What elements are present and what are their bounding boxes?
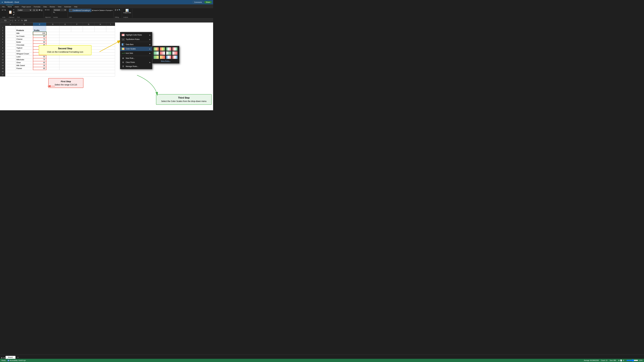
- row-num-6[interactable]: 6: [0, 41, 5, 43]
- cell-c3[interactable]: 100: [33, 32, 46, 35]
- cell-d5[interactable]: [46, 38, 60, 41]
- cell-a7[interactable]: [5, 43, 16, 46]
- color-swatch-8[interactable]: [172, 51, 178, 55]
- cell-d3[interactable]: [46, 32, 60, 35]
- more-rules-link[interactable]: More Rules...: [154, 60, 178, 62]
- cell-b15[interactable]: Paneer: [16, 67, 33, 70]
- cell-b8[interactable]: Yoghurt: [16, 46, 33, 49]
- color-swatch-7[interactable]: [166, 51, 172, 55]
- cell-c13[interactable]: 65: [33, 61, 46, 64]
- color-swatch-6[interactable]: [160, 51, 165, 55]
- row-num-10[interactable]: 10: [0, 52, 5, 55]
- cell-b14[interactable]: Milk Sweet: [16, 64, 33, 67]
- cell-b2[interactable]: Products: [16, 29, 33, 32]
- cell-c11[interactable]: 55: [33, 55, 46, 58]
- cell-i1[interactable]: [106, 26, 115, 29]
- cell-d14[interactable]: [46, 64, 60, 67]
- cell-a3[interactable]: [5, 32, 16, 35]
- row-num-14[interactable]: 14: [0, 64, 5, 67]
- sort-filter-button[interactable]: ⇅: [117, 9, 118, 11]
- cell-b10[interactable]: Whipped Cream: [16, 52, 33, 55]
- cell-c12[interactable]: 75: [33, 58, 46, 61]
- tab-formulas[interactable]: Formulas: [32, 5, 42, 8]
- comma-button[interactable]: ,: [55, 11, 56, 13]
- cell-e6-i6[interactable]: [60, 41, 115, 43]
- cell-e2[interactable]: [60, 29, 71, 32]
- format-cells-button[interactable]: Format ▾: [106, 9, 112, 11]
- cell-g2[interactable]: [83, 29, 94, 32]
- menu-item-manage-rules[interactable]: ☰ Manage Rules...: [120, 64, 152, 68]
- row-num-3[interactable]: 3: [0, 32, 5, 35]
- color-swatch-4[interactable]: [172, 47, 178, 51]
- menu-item-color-scales[interactable]: Color Scales ▶: [120, 47, 152, 51]
- cell-a8[interactable]: [5, 46, 16, 49]
- col-header-c[interactable]: C: [33, 23, 46, 26]
- insert-function-icon[interactable]: fx: [21, 19, 23, 21]
- row-num-5[interactable]: 5: [0, 38, 5, 41]
- format-painter-button[interactable]: 🖌: [13, 13, 15, 15]
- color-swatch-11[interactable]: [166, 55, 172, 59]
- cell-e15-i15[interactable]: [60, 67, 115, 70]
- cell-row16[interactable]: [5, 70, 115, 73]
- formula-input[interactable]: [24, 19, 212, 21]
- sum-button[interactable]: Σ: [115, 9, 116, 11]
- redo-button[interactable]: ↪: [4, 9, 6, 11]
- menu-item-new-rule[interactable]: ⊞ New Rule...: [120, 56, 152, 60]
- cell-a10[interactable]: [5, 52, 16, 55]
- tab-insert[interactable]: Insert: [13, 5, 20, 8]
- tab-view[interactable]: View: [56, 5, 63, 8]
- cell-a5[interactable]: [5, 38, 16, 41]
- cell-c5[interactable]: 70: [33, 38, 46, 41]
- row-num-7[interactable]: 7: [0, 43, 5, 46]
- cell-d4[interactable]: [46, 35, 60, 38]
- cell-e12-i12[interactable]: [60, 58, 115, 61]
- col-header-e[interactable]: E: [60, 23, 71, 26]
- col-header-b[interactable]: B: [16, 23, 33, 26]
- cell-b9[interactable]: Curd: [16, 49, 33, 52]
- row-num-12[interactable]: 12: [0, 58, 5, 61]
- col-header-a[interactable]: A: [5, 23, 16, 26]
- cell-d6[interactable]: [46, 41, 60, 43]
- cell-a14[interactable]: [5, 64, 16, 67]
- cell-row17[interactable]: [5, 73, 115, 76]
- menu-item-top-bottom[interactable]: 10 Top/Bottom Rules ▶: [120, 37, 152, 41]
- tab-automate[interactable]: Automate: [63, 5, 72, 8]
- cell-f1[interactable]: [71, 26, 83, 29]
- cell-e4-i4[interactable]: [60, 35, 115, 38]
- expand-ref-icon[interactable]: ▾: [10, 19, 11, 21]
- tab-review[interactable]: Review: [48, 5, 56, 8]
- font-size-select[interactable]: 11: [32, 9, 38, 11]
- insert-cells-button[interactable]: ⊞ Insert▾: [92, 9, 99, 11]
- align-left-button[interactable]: ≡: [45, 9, 46, 11]
- tab-help[interactable]: Help: [72, 5, 79, 8]
- color-swatch-1[interactable]: [154, 47, 159, 51]
- copy-button[interactable]: ⧉: [13, 11, 15, 13]
- tab-home[interactable]: Home: [6, 5, 13, 8]
- tab-data[interactable]: Data: [42, 5, 48, 8]
- cell-d12[interactable]: [46, 58, 60, 61]
- cell-a2[interactable]: [5, 29, 16, 32]
- cell-c2[interactable]: Profits: [33, 29, 46, 32]
- menu-item-icon-sets[interactable]: ▲●▼ Icon Sets ▶: [120, 51, 152, 55]
- underline-button[interactable]: U: [41, 9, 42, 11]
- color-swatch-9[interactable]: [154, 55, 159, 59]
- cancel-formula-icon[interactable]: ✕: [14, 19, 17, 21]
- row-num-1[interactable]: 1: [0, 26, 5, 29]
- color-swatch-10[interactable]: [160, 55, 165, 59]
- cell-i2[interactable]: [106, 29, 115, 32]
- cell-a15[interactable]: [5, 67, 16, 70]
- cell-e13-i13[interactable]: [60, 61, 115, 64]
- align-center-button[interactable]: ≡: [46, 9, 48, 11]
- row-num-11[interactable]: 11: [0, 55, 5, 58]
- bold-button[interactable]: B: [39, 9, 40, 11]
- cell-e14-i14[interactable]: [60, 64, 115, 67]
- cell-a12[interactable]: [5, 58, 16, 61]
- cell-d1[interactable]: [46, 26, 60, 29]
- cell-f2[interactable]: [71, 29, 83, 32]
- cell-e11-i11[interactable]: [60, 55, 115, 58]
- col-header-i[interactable]: I: [106, 23, 115, 26]
- number-format-select[interactable]: General: [53, 9, 66, 11]
- color-swatch-12[interactable]: [172, 55, 178, 59]
- paste-button[interactable]: 📋: [8, 10, 12, 14]
- cell-b13[interactable]: Ghee: [16, 61, 33, 64]
